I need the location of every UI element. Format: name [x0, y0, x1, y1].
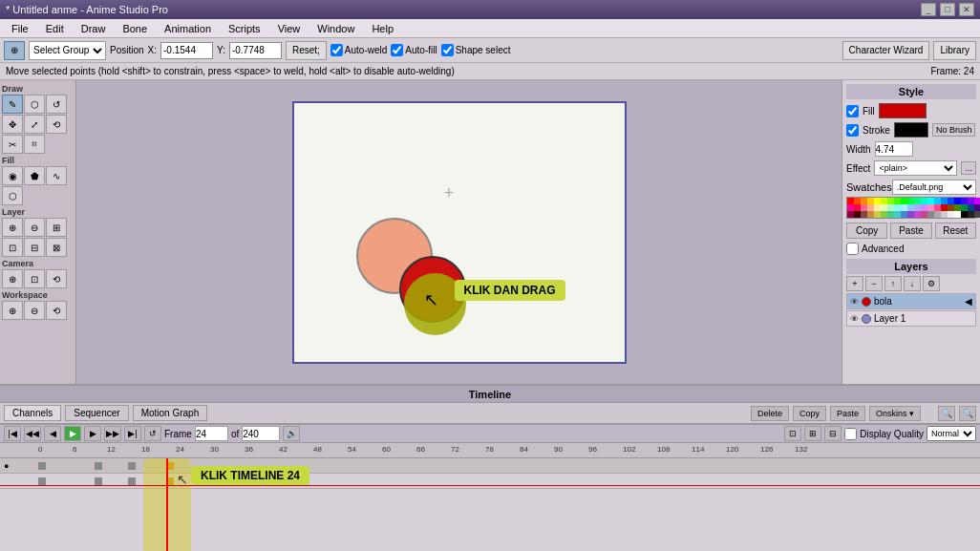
fill-color-swatch[interactable]: [879, 103, 927, 118]
swatch-cell[interactable]: [968, 204, 974, 211]
swatches-grid[interactable]: [846, 197, 976, 219]
layer-tool-5[interactable]: ⊟: [24, 238, 45, 257]
swatch-cell[interactable]: [894, 198, 901, 204]
keyframe-dot-3[interactable]: [128, 462, 136, 470]
prev-key-button[interactable]: ◀◀: [24, 426, 41, 441]
menu-file[interactable]: File: [4, 21, 36, 36]
fit-button[interactable]: ⊡: [784, 426, 801, 441]
camera-tool-2[interactable]: ⊡: [24, 269, 45, 288]
tab-sequencer[interactable]: Sequencer: [65, 405, 128, 421]
swatch-cell[interactable]: [927, 198, 934, 204]
layer-tool-2[interactable]: ⊖: [24, 218, 45, 237]
canvas[interactable]: + ↖ KLIK DAN DRAG: [292, 101, 627, 364]
x-input[interactable]: [160, 42, 213, 59]
maximize-button[interactable]: □: [940, 3, 955, 16]
swatch-cell[interactable]: [874, 198, 881, 204]
menu-view[interactable]: View: [270, 21, 309, 36]
swatch-cell[interactable]: [887, 198, 894, 204]
swatch-cell[interactable]: [874, 204, 881, 211]
camera-tool-1[interactable]: ⊕: [2, 269, 23, 288]
fit2-button[interactable]: ⊞: [804, 426, 821, 441]
swatch-cell[interactable]: [874, 211, 881, 218]
swatch-cell[interactable]: [894, 204, 901, 211]
delete-button[interactable]: Delete: [751, 406, 789, 421]
swatch-cell[interactable]: [861, 204, 867, 211]
next-frame-button[interactable]: ▶: [84, 426, 101, 441]
swatch-cell[interactable]: [968, 198, 974, 204]
toolbar-tool-icon[interactable]: ⊕: [4, 41, 25, 60]
current-frame-input[interactable]: [195, 426, 228, 441]
keyframe-dot-4[interactable]: [38, 477, 46, 485]
layer-item-layer1[interactable]: 👁 Layer 1: [846, 310, 976, 327]
menu-window[interactable]: Window: [309, 21, 362, 36]
draw-tool-1[interactable]: ✎: [2, 95, 23, 114]
play-button[interactable]: ▶: [64, 426, 81, 441]
next-key-button[interactable]: ▶▶: [104, 426, 121, 441]
onskins-button[interactable]: Onskins ▾: [869, 406, 921, 421]
swatch-cell[interactable]: [867, 198, 874, 204]
prev-frame-button[interactable]: ◀: [44, 426, 61, 441]
total-frames-input[interactable]: [242, 426, 280, 441]
display-quality-checkbox[interactable]: [844, 428, 857, 440]
swatch-cell[interactable]: [907, 198, 914, 204]
width-input[interactable]: [875, 141, 913, 157]
swatch-cell[interactable]: [934, 204, 941, 211]
layer-remove-button[interactable]: −: [865, 276, 883, 291]
layer-tool-1[interactable]: ⊕: [2, 218, 23, 237]
layer-eye-icon-2[interactable]: 👁: [850, 314, 859, 324]
fill-tool-4[interactable]: ⬡: [2, 186, 23, 205]
swatch-cell[interactable]: [861, 211, 867, 218]
swatch-cell[interactable]: [887, 204, 894, 211]
swatch-cell[interactable]: [954, 204, 961, 211]
swatch-cell[interactable]: [867, 204, 874, 211]
character-wizard-button[interactable]: Character Wizard: [842, 41, 930, 60]
swatch-cell[interactable]: [847, 198, 854, 204]
swatch-cell[interactable]: [921, 198, 927, 204]
layer-tool-3[interactable]: ⊞: [46, 218, 67, 237]
swatch-cell[interactable]: [921, 211, 927, 218]
swatch-cell[interactable]: [974, 204, 980, 211]
draw-tool-4[interactable]: ✥: [2, 115, 23, 134]
keyframe-dot-6[interactable]: [128, 477, 136, 485]
fill-tool-3[interactable]: ∿: [46, 166, 67, 185]
menu-bone[interactable]: Bone: [115, 21, 155, 36]
shape-select-checkbox[interactable]: Shape select: [441, 44, 511, 56]
zoom-in-icon[interactable]: 🔍: [959, 406, 976, 421]
keyframe-dot-2[interactable]: [95, 462, 102, 470]
menu-edit[interactable]: Edit: [38, 21, 72, 36]
swatch-cell[interactable]: [847, 211, 854, 218]
workspace-tool-1[interactable]: ⊕: [2, 301, 23, 320]
swatch-cell[interactable]: [854, 204, 861, 211]
stroke-checkbox[interactable]: [846, 124, 859, 137]
swatch-cell[interactable]: [854, 198, 861, 204]
swatch-cell[interactable]: [901, 198, 907, 204]
swatch-cell[interactable]: [861, 198, 867, 204]
tab-motion-graph[interactable]: Motion Graph: [133, 405, 208, 421]
fill-checkbox[interactable]: [846, 105, 859, 117]
camera-tool-3[interactable]: ⟲: [46, 269, 67, 288]
swatch-cell[interactable]: [901, 211, 907, 218]
workspace-tool-2[interactable]: ⊖: [24, 301, 45, 320]
fill-tool-1[interactable]: ◉: [2, 166, 23, 185]
tab-channels[interactable]: Channels: [4, 405, 61, 421]
minimize-button[interactable]: _: [921, 3, 936, 16]
advanced-checkbox[interactable]: [846, 243, 859, 255]
auto-weld-checkbox[interactable]: Auto-weld: [330, 44, 387, 56]
fill-tool-2[interactable]: ⬟: [24, 166, 45, 185]
swatch-cell[interactable]: [941, 204, 948, 211]
swatch-cell[interactable]: [974, 211, 980, 218]
swatch-cell[interactable]: [941, 198, 948, 204]
draw-tool-6[interactable]: ⟲: [46, 115, 67, 134]
swatch-cell[interactable]: [907, 204, 914, 211]
swatch-cell[interactable]: [914, 211, 921, 218]
swatch-cell[interactable]: [954, 198, 961, 204]
swatch-cell[interactable]: [961, 204, 968, 211]
style-reset-button[interactable]: Reset: [935, 223, 976, 239]
swatch-cell[interactable]: [854, 211, 861, 218]
draw-tool-8[interactable]: ⌗: [24, 135, 45, 154]
effect-select[interactable]: <plain>: [874, 160, 957, 176]
swatch-cell[interactable]: [934, 198, 941, 204]
effect-btn[interactable]: ...: [961, 161, 976, 175]
swatch-cell[interactable]: [881, 204, 887, 211]
layer-eye-icon[interactable]: 👁: [850, 297, 859, 307]
